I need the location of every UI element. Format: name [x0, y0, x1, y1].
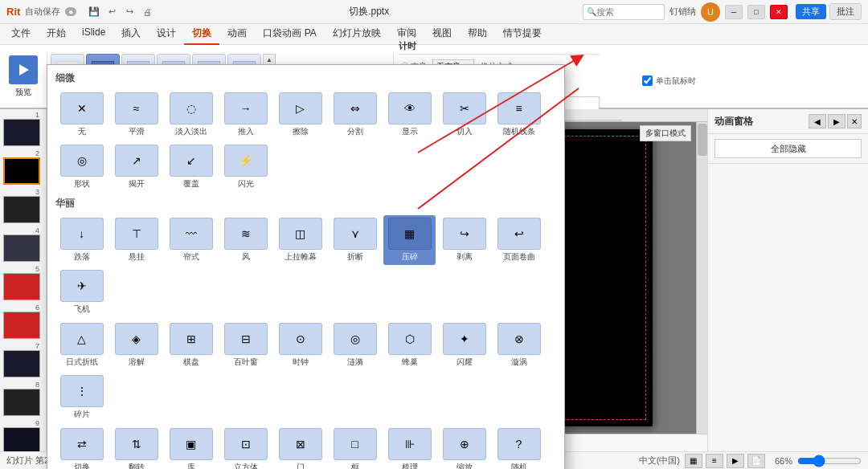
trans-item-fade[interactable]: ◌淡入淡出: [165, 90, 217, 140]
trans-item-ripple[interactable]: ◎涟漪: [329, 320, 381, 370]
trans-item-cover[interactable]: ↙覆盖: [165, 142, 217, 192]
trans-item-hanging[interactable]: ⊤悬挂: [110, 215, 162, 265]
undo-icon[interactable]: ↩: [104, 5, 120, 19]
trans-item-drape[interactable]: 〰帘式: [165, 215, 217, 265]
trans-item-none[interactable]: ✕无: [55, 90, 108, 140]
trans-item-cut[interactable]: ✂切入: [438, 90, 490, 140]
trans-label-random: 随机: [511, 462, 527, 469]
trans-item-random-bars[interactable]: ≡随机线条: [493, 90, 545, 140]
slide-thumb[interactable]: [3, 350, 40, 377]
normal-view-btn[interactable]: ▦: [685, 454, 702, 468]
trans-item-reveal[interactable]: 👁显示: [383, 90, 436, 140]
anim-close-btn[interactable]: ✕: [847, 114, 862, 128]
slide-thumb[interactable]: [3, 196, 40, 223]
menu-item-6[interactable]: 动画: [219, 23, 255, 45]
close-btn[interactable]: ✕: [770, 5, 788, 19]
trans-item-gallery[interactable]: ▣库: [165, 426, 217, 469]
outline-view-btn[interactable]: ≡: [706, 454, 723, 468]
save-icon[interactable]: 💾: [86, 5, 102, 19]
trans-item-curtain[interactable]: ◫上拉帷幕: [274, 215, 326, 265]
trans-item-checkerboard[interactable]: ⊞棋盘: [165, 320, 217, 370]
menu-item-2[interactable]: iSlide: [74, 23, 113, 45]
print-icon[interactable]: 🖨: [139, 5, 155, 19]
menu-item-0[interactable]: 文件: [3, 23, 39, 45]
trans-item-fracture[interactable]: ⋎折断: [329, 215, 381, 265]
trans-label-cut: 切入: [457, 126, 473, 137]
slide-panel[interactable]: 1234567891011121314: [0, 109, 47, 451]
menu-item-4[interactable]: 设计: [149, 23, 184, 45]
trans-item-glitter[interactable]: ✦闪耀: [438, 320, 490, 370]
trans-item-random[interactable]: ?随机: [493, 426, 545, 469]
slide-number: 2: [3, 149, 43, 157]
trans-item-cube[interactable]: ⊡立方体: [219, 426, 272, 469]
trans-item-comb[interactable]: ⊪梳理: [383, 426, 436, 469]
scrollbar-thumb[interactable]: [698, 124, 707, 156]
menu-item-1[interactable]: 开始: [39, 23, 74, 45]
trans-item-page-curl[interactable]: ↩页面卷曲: [493, 215, 545, 265]
multi-window-btn[interactable]: 多窗口模式: [640, 125, 691, 141]
menu-item-3[interactable]: 插入: [113, 23, 149, 45]
redo-icon[interactable]: ↪: [121, 5, 137, 19]
slide-thumb[interactable]: [3, 312, 40, 339]
transition-dropdown[interactable]: 细微 ✕无≈平滑◌淡入淡出→推入▷擦除⇔分割👁显示✂切入≡随机线条◎形状↗揭开↙…: [47, 64, 565, 469]
trans-label-fall-down: 跌落: [74, 251, 90, 263]
slide-thumb[interactable]: [3, 157, 40, 185]
trans-item-split[interactable]: ⇔分割: [329, 90, 381, 140]
trans-item-morph[interactable]: ≈平滑: [110, 90, 162, 140]
autosave-toggle[interactable]: ●: [65, 7, 76, 16]
preview-button[interactable]: 预览: [3, 49, 43, 104]
menu-item-7[interactable]: 口袋动画 PA: [255, 23, 324, 45]
trans-item-uncover[interactable]: ↗揭开: [110, 142, 162, 192]
trans-item-push[interactable]: →推入: [219, 90, 272, 140]
trans-item-shape[interactable]: ◎形状: [55, 142, 108, 192]
trans-item-blinds[interactable]: ⊟百叶窗: [219, 320, 272, 370]
v-scrollbar[interactable]: [696, 122, 707, 434]
trans-item-fall-down[interactable]: ↓跌落: [55, 215, 108, 265]
trans-item-shred[interactable]: ⋮碎片: [55, 373, 108, 422]
trans-icon-comb: ⊪: [388, 428, 432, 460]
slide-thumb[interactable]: [3, 234, 40, 262]
trans-item-dissolve[interactable]: ◈溶解: [110, 320, 162, 370]
trans-item-honeycomb[interactable]: ⬡蜂巢: [383, 320, 436, 370]
trans-label-box: 框: [351, 462, 359, 469]
maximize-btn[interactable]: □: [747, 5, 765, 19]
slide-thumb[interactable]: [3, 119, 40, 146]
slideshow-view-btn[interactable]: ▶: [727, 454, 744, 468]
trans-item-origami[interactable]: △日式折纸: [55, 320, 108, 370]
search-input[interactable]: [596, 7, 661, 17]
comment-btn[interactable]: 批注: [829, 3, 862, 20]
trans-item-peel[interactable]: ↪剥离: [438, 215, 490, 265]
menu-item-5[interactable]: 切换: [184, 23, 219, 45]
trans-item-flash[interactable]: ⚡闪光: [219, 142, 272, 192]
reading-view-btn[interactable]: 📄: [747, 454, 765, 468]
trans-icon-dissolve: ◈: [115, 323, 158, 355]
trans-item-wipe[interactable]: ▷擦除: [274, 90, 326, 140]
trans-item-doors[interactable]: ⊠门: [274, 426, 326, 469]
menu-item-8[interactable]: 幻灯片放映: [325, 23, 389, 45]
zoom-slider[interactable]: [797, 455, 862, 467]
slide-thumb[interactable]: [3, 427, 40, 451]
trans-item-flip[interactable]: ⇅翻转: [110, 426, 162, 469]
trans-item-crush[interactable]: ▦压碎: [383, 215, 436, 265]
trans-label-morph: 平滑: [129, 126, 145, 137]
slide-thumb[interactable]: [3, 273, 40, 300]
trans-item-wind[interactable]: ≋风: [219, 215, 272, 265]
anim-arrow-left[interactable]: ◀: [809, 114, 826, 128]
trans-icon-flash: ⚡: [224, 145, 268, 177]
click-checkbox[interactable]: [642, 75, 653, 86]
avatar[interactable]: U: [701, 2, 720, 22]
trans-icon-checkerboard: ⊞: [170, 323, 213, 355]
anim-apply-all-btn[interactable]: 全部隐藏: [714, 139, 862, 158]
trans-item-box[interactable]: □框: [329, 426, 381, 469]
share-btn[interactable]: 共享: [796, 4, 826, 19]
minimize-btn[interactable]: ─: [725, 5, 743, 19]
anim-arrow-right[interactable]: ▶: [828, 114, 845, 128]
trans-item-vortex[interactable]: ⊗漩涡: [493, 320, 545, 370]
trans-item-switch[interactable]: ⇄切换: [55, 426, 108, 469]
slide-thumb[interactable]: [3, 389, 40, 416]
preview-label: 预览: [15, 87, 31, 98]
trans-item-clock[interactable]: ⊙时钟: [274, 320, 326, 370]
trans-item-airplane[interactable]: ✈飞机: [55, 267, 108, 317]
search-box[interactable]: 🔍: [583, 4, 665, 20]
trans-item-zoom[interactable]: ⊕缩放: [438, 426, 490, 469]
